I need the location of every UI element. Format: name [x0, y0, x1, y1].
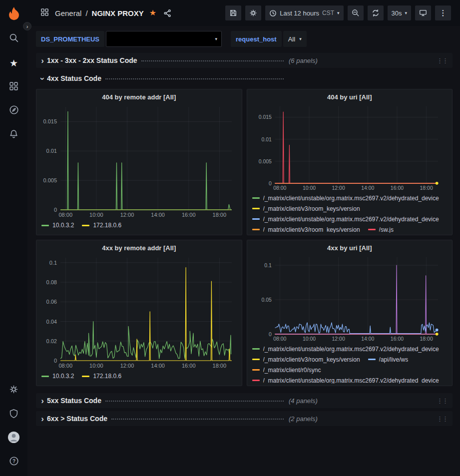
legend: /_matrix/client/unstable/org.matrix.msc2…: [251, 193, 449, 233]
legend-item[interactable]: /api/live/ws: [368, 355, 409, 365]
favorite-star-icon[interactable]: ★: [149, 9, 156, 17]
monitor-icon: [419, 9, 427, 17]
row-title: 5xx Status Code: [47, 397, 101, 405]
svg-text:0.05: 0.05: [261, 297, 272, 303]
sidebar-item-alerting[interactable]: [0, 123, 27, 147]
legend-item[interactable]: /_matrix/client/v3/room_keys/version: [252, 204, 360, 214]
panel-title[interactable]: 404 by uri [All]: [251, 91, 449, 102]
kiosk-mode-button[interactable]: [415, 5, 431, 20]
legend-item[interactable]: /_matrix/client/r0/sync: [252, 365, 321, 375]
dashboard-toolbar: General / NGINX PROXY ★ Last 12 hours CS…: [27, 0, 460, 26]
row-drag-handle-icon[interactable]: ⋮⋮: [437, 397, 449, 405]
svg-text:12:00: 12:00: [120, 212, 134, 218]
sidebar-expand-button[interactable]: ›: [23, 22, 31, 30]
sidebar: ★: [0, 0, 27, 476]
svg-text:0: 0: [269, 332, 272, 337]
chart-canvas[interactable]: 00.0050.010.01508:0010:0012:0014:0016:00…: [251, 102, 449, 191]
request-host-variable-label[interactable]: request_host: [231, 31, 282, 47]
row-panel-count: (2 panels): [289, 415, 318, 423]
svg-text:0.02: 0.02: [46, 338, 57, 344]
svg-text:10:00: 10:00: [89, 363, 103, 369]
legend-item[interactable]: /_matrix/client/v3/room_keys/version: [252, 355, 360, 365]
legend-item[interactable]: /_matrix/client/unstable/org.matrix.msc2…: [252, 344, 439, 354]
svg-text:0.015: 0.015: [258, 114, 271, 120]
save-icon: [229, 9, 237, 17]
refresh-interval-picker[interactable]: 30s ▾: [388, 5, 412, 20]
svg-text:08:00: 08:00: [59, 212, 73, 218]
dashboard-settings-button[interactable]: [245, 5, 261, 20]
sidebar-item-server-admin[interactable]: [0, 402, 27, 426]
legend-item[interactable]: 172.18.0.6: [82, 371, 121, 381]
chart-canvas[interactable]: 00.0050.010.01508:0010:0012:0014:0016:00…: [40, 103, 238, 218]
row-header-4xx[interactable]: › 4xx Status Code: [36, 71, 453, 86]
panel-title[interactable]: 404 by remote addr [All]: [40, 91, 238, 103]
dotted-leader: [105, 78, 284, 79]
sidebar-item-search[interactable]: [0, 27, 27, 51]
variable-request-host: request_host All ▾: [231, 31, 307, 47]
dashboard-content: DS_PROMETHEUS ▾ request_host All ▾ ›: [27, 26, 460, 476]
apps-grid-icon: [40, 8, 49, 18]
clock-icon: [269, 9, 277, 17]
svg-text:0.005: 0.005: [258, 158, 271, 164]
svg-text:10:00: 10:00: [89, 212, 103, 218]
chart-canvas[interactable]: 00.020.040.060.080.108:0010:0012:0014:00…: [40, 254, 238, 369]
row-header-1xx-3xx-2xx[interactable]: › 1xx - 3xx - 2xx Status Code (6 panels)…: [36, 53, 453, 68]
legend: /_matrix/client/unstable/org.matrix.msc2…: [251, 344, 449, 384]
datasource-variable-select[interactable]: ▾: [106, 31, 222, 47]
row-header-6xx[interactable]: › 6xx > Status Code (2 panels) ⋮⋮: [36, 411, 453, 426]
legend-label: /_matrix/client/r0/sync: [263, 367, 321, 374]
save-dashboard-button[interactable]: [225, 5, 241, 20]
svg-text:0.005: 0.005: [43, 177, 57, 183]
chart-canvas[interactable]: 00.050.108:0010:0012:0014:0016:0018:00: [251, 253, 449, 342]
legend-swatch: [252, 218, 260, 220]
row-panel-count: (6 panels): [289, 57, 318, 64]
legend-item[interactable]: 10.0.3.2: [41, 371, 74, 381]
refresh-button[interactable]: [368, 5, 384, 20]
dashboard-title[interactable]: NGINX PROXY: [92, 9, 144, 17]
panel: 404 by uri [All] 00.0050.010.01508:0010:…: [247, 89, 453, 235]
svg-text:0.04: 0.04: [46, 319, 57, 325]
svg-text:12:00: 12:00: [120, 363, 134, 369]
sidebar-item-dashboards[interactable]: [0, 75, 27, 99]
svg-text:16:00: 16:00: [182, 212, 196, 218]
row-header-5xx[interactable]: › 5xx Status Code (4 panels) ⋮⋮: [36, 393, 453, 408]
svg-text:0.08: 0.08: [46, 279, 57, 285]
legend-item[interactable]: /_matrix/client/v3/room_keys/version: [252, 225, 360, 233]
grafana-flame-icon: [6, 6, 21, 21]
sidebar-item-explore[interactable]: [0, 99, 27, 123]
sidebar-item-configuration[interactable]: [0, 378, 27, 402]
row-drag-handle-icon[interactable]: ⋮⋮: [437, 415, 449, 423]
legend-item[interactable]: 10.0.3.2: [41, 220, 74, 230]
legend-item[interactable]: /_matrix/client/unstable/org.matrix.msc2…: [252, 193, 439, 203]
breadcrumb-separator: /: [85, 9, 87, 17]
svg-text:0.1: 0.1: [49, 260, 57, 266]
request-host-variable-select[interactable]: All ▾: [283, 31, 307, 47]
legend-item[interactable]: /_matrix/client/unstable/org.matrix.msc2…: [252, 214, 439, 224]
panel-title[interactable]: 4xx by remote addr [All]: [40, 242, 238, 254]
legend-item[interactable]: /sw.js: [368, 225, 394, 233]
panel-title[interactable]: 4xx by uri [All]: [251, 242, 449, 253]
grafana-logo[interactable]: [0, 0, 27, 27]
zoom-out-button[interactable]: [348, 5, 364, 20]
svg-text:08:00: 08:00: [59, 363, 73, 369]
row-title: 6xx > Status Code: [47, 415, 107, 423]
datasource-variable-label[interactable]: DS_PROMETHEUS: [36, 31, 104, 47]
svg-text:0.01: 0.01: [261, 136, 272, 142]
breadcrumb-section[interactable]: General: [55, 9, 81, 17]
row-title: 4xx Status Code: [47, 74, 101, 82]
sidebar-item-help[interactable]: ?: [0, 450, 27, 474]
sidebar-item-starred[interactable]: ★: [0, 51, 27, 75]
time-range-picker[interactable]: Last 12 hours CST ▾: [265, 5, 343, 20]
legend-item[interactable]: 172.18.0.6: [82, 220, 121, 230]
chevron-down-icon: ▾: [215, 37, 218, 41]
legend-swatch: [252, 208, 260, 209]
svg-text:12:00: 12:00: [332, 336, 345, 342]
more-options-button[interactable]: ⋮: [435, 5, 451, 20]
legend-item[interactable]: /_matrix/client/unstable/org.matrix.msc2…: [252, 376, 439, 384]
svg-text:16:00: 16:00: [390, 336, 403, 342]
dotted-leader: [141, 60, 284, 61]
share-icon[interactable]: [163, 9, 172, 17]
row-drag-handle-icon[interactable]: ⋮⋮: [437, 57, 449, 64]
sidebar-item-profile[interactable]: [0, 426, 27, 450]
chevron-right-icon: ›: [38, 397, 47, 405]
